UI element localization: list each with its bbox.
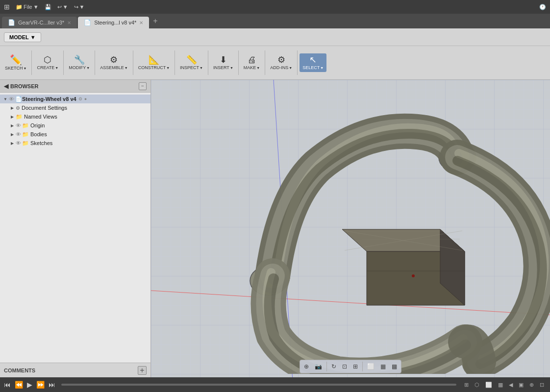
tree-expand-docSettings[interactable]: ▶ [9, 104, 16, 111]
playback-tool-6[interactable]: ▣ [517, 381, 525, 389]
tree-icons-namedViews: 📁 [16, 114, 23, 120]
insert-icon: ⬇ [220, 55, 227, 64]
skip-end-button[interactable]: ⏭ [49, 381, 55, 389]
comments-bar: COMMENTS + [0, 363, 150, 377]
tree-folder-icon-namedViews: 📁 [16, 114, 23, 120]
playback-tool-4[interactable]: ▦ [496, 381, 505, 389]
playback-tool-5[interactable]: ◀ [507, 381, 515, 389]
redo-icon: ↪ [74, 4, 78, 10]
file-button[interactable]: 📁 File ▼ [16, 4, 39, 10]
tree-item-origin[interactable]: ▶ 👁 📁 Origin [0, 121, 150, 130]
modify-label: MODIFY ▼ [69, 65, 90, 70]
tree-eye-icon-sketches[interactable]: 👁 [16, 140, 21, 146]
display-mode-button[interactable]: ⬜ [365, 362, 377, 371]
tree-folder-icon-sketches: 📁 [22, 140, 29, 147]
playback-tool-3[interactable]: ⬜ [483, 381, 494, 389]
tab-gearVR[interactable]: 📄 GearVR-C...ller v3* ✕ [2, 17, 77, 28]
inspect-label: INSPECT ▼ [180, 65, 203, 70]
separator-4 [133, 50, 133, 75]
browser-header: ◀ BROWSER − [0, 80, 150, 93]
tree-root-folder-icon: 📄 [15, 96, 22, 102]
comments-add-button[interactable]: + [138, 366, 147, 375]
tree-icons-docSettings: ⚙ [16, 105, 20, 111]
tree-icons-bodies: 👁 📁 [16, 131, 29, 138]
zoom-fit-button[interactable]: ⊞ [350, 362, 360, 371]
tab-steering-label: Steering...l v8 v4* [94, 20, 136, 25]
sketch-label: SKETCH ▼ [5, 66, 26, 71]
tree-root-eye-icon[interactable]: 👁 [9, 96, 14, 102]
tool-assemble[interactable]: ⚙ ASSEMBLE ▼ [97, 53, 130, 72]
tree-label-docSettings: Document Settings [22, 105, 67, 111]
inspect-icon: 📏 [186, 55, 197, 64]
playback-tool-1[interactable]: ⊞ [462, 381, 471, 389]
main-area: ◀ BROWSER − ▼ 👁 📄 Steering-Wheel v8 v4 ⚙… [0, 80, 550, 377]
tool-construct[interactable]: 📐 CONSTRUCT ▼ [135, 53, 173, 72]
separator-1 [31, 50, 32, 75]
grid-display-button[interactable]: ▦ [378, 362, 388, 371]
tree-expand-namedViews[interactable]: ▶ [9, 113, 16, 120]
tree-root-expand[interactable]: ▼ [2, 96, 9, 102]
tab-add-button[interactable]: + [150, 17, 160, 25]
make-label: MAKE ▼ [244, 65, 260, 70]
select-label: SELECT ▼ [302, 65, 324, 70]
tool-select[interactable]: ↖ SELECT ▼ [300, 53, 326, 72]
tree-item-sketches[interactable]: ▶ 👁 📁 Sketches [0, 139, 150, 147]
tool-addins[interactable]: ⚙ ADD-INS ▼ [267, 53, 295, 72]
tree-eye-icon-bodies[interactable]: 👁 [16, 131, 21, 137]
separator-6 [208, 50, 208, 75]
playback-tool-8[interactable]: ⊡ [538, 381, 546, 389]
construct-icon: 📐 [149, 55, 159, 64]
tree-icons-origin: 👁 📁 [16, 122, 29, 129]
grid-icon[interactable]: ⊞ [4, 3, 10, 11]
skip-start-button[interactable]: ⏮ [4, 381, 11, 389]
tree-expand-sketches[interactable]: ▶ [9, 140, 16, 147]
redo-button[interactable]: ↪ ▼ [74, 4, 85, 10]
canvas-tool-sep-1 [326, 362, 327, 371]
tree-item-bodies[interactable]: ▶ 👁 📁 Bodies [0, 130, 150, 139]
system-bar: ⊞ 📁 File ▼ 💾 ↩ ▼ ↪ ▼ 🕐 [0, 0, 550, 14]
zoom-window-button[interactable]: ⊡ [340, 362, 350, 371]
tool-sketch[interactable]: ✏️ SKETCH ▼ [2, 53, 29, 73]
orbit-button[interactable]: ↻ [329, 362, 339, 371]
tree-expand-bodies[interactable]: ▶ [9, 131, 16, 138]
tree-expand-origin[interactable]: ▶ [9, 122, 16, 129]
undo-button[interactable]: ↩ ▼ [57, 4, 68, 10]
tool-insert[interactable]: ⬇ INSERT ▼ [210, 53, 236, 72]
browser-minimize-button[interactable]: − [139, 82, 147, 90]
tree-root-settings-icon[interactable]: ⚙ [78, 97, 82, 101]
step-forward-button[interactable]: ⏩ [36, 381, 45, 389]
tab-gearVR-close[interactable]: ✕ [67, 20, 71, 25]
tool-create[interactable]: ⬡ CREATE ▼ [34, 53, 61, 72]
undo-icon: ↩ [57, 4, 62, 10]
view-home-button[interactable]: ⊕ [301, 362, 311, 371]
canvas-area[interactable]: ⊕ 📷 ↻ ⊡ ⊞ ⬜ ▦ ▩ [151, 80, 550, 377]
tree-item-namedViews[interactable]: ▶ 📁 Named Views [0, 112, 150, 121]
step-back-button[interactable]: ⏪ [15, 381, 23, 389]
tool-modify[interactable]: 🔧 MODIFY ▼ [66, 53, 93, 72]
tree-label-origin: Origin [30, 122, 45, 128]
play-button[interactable]: ▶ [27, 381, 32, 389]
save-button[interactable]: 💾 [45, 4, 51, 10]
tab-steering[interactable]: 📄 Steering...l v8 v4* ✕ [78, 17, 149, 28]
tool-make[interactable]: 🖨 MAKE ▼ [241, 53, 263, 72]
separator-2 [63, 50, 64, 75]
view-camera-button[interactable]: 📷 [312, 362, 325, 371]
clock-icon: 🕐 [539, 4, 546, 10]
playback-timeline[interactable] [61, 384, 456, 386]
playback-tool-2[interactable]: ⬡ [473, 381, 481, 389]
comments-label: COMMENTS [4, 368, 35, 373]
file-icon: 📁 [16, 4, 23, 10]
playback-tools: ⊞ ⬡ ⬜ ▦ ◀ ▣ ⊕ ⊡ [462, 381, 546, 389]
visual-style-button[interactable]: ▩ [389, 362, 400, 371]
browser-collapse-icon[interactable]: ◀ [4, 83, 8, 90]
make-icon: 🖨 [248, 55, 256, 64]
tree-icons-sketches: 👁 📁 [16, 140, 29, 147]
tab-steering-close[interactable]: ✕ [139, 20, 143, 25]
playback-tool-7[interactable]: ⊕ [527, 381, 536, 389]
tree-item-docSettings[interactable]: ▶ ⚙ Document Settings [0, 103, 150, 112]
mode-button[interactable]: MODEL ▼ [4, 32, 41, 42]
tool-inspect[interactable]: 📏 INSPECT ▼ [177, 53, 206, 72]
tree-eye-icon-origin[interactable]: 👁 [16, 122, 21, 128]
select-icon: ↖ [309, 55, 317, 64]
tree-root-item[interactable]: ▼ 👁 📄 Steering-Wheel v8 v4 ⚙ ● [0, 95, 150, 103]
